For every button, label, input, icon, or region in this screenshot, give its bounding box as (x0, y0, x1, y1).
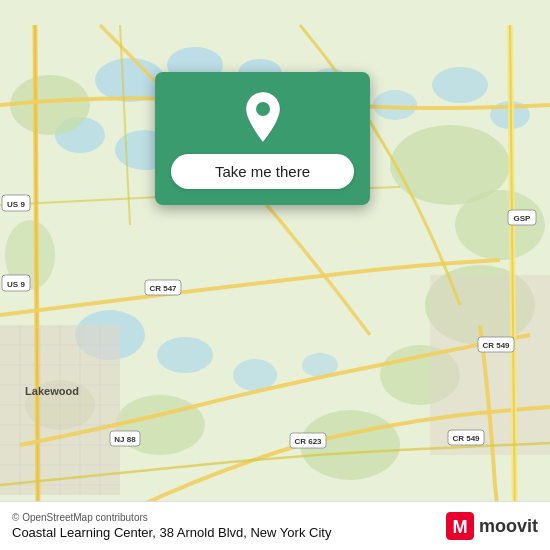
svg-point-13 (233, 359, 277, 391)
svg-text:CR 623: CR 623 (294, 437, 322, 446)
moovit-m-icon: M (446, 512, 474, 540)
location-label: Coastal Learning Center, 38 Arnold Blvd,… (12, 525, 331, 540)
svg-text:CR 549: CR 549 (452, 434, 480, 443)
svg-text:GSP: GSP (514, 214, 532, 223)
svg-point-58 (256, 102, 270, 116)
svg-point-9 (432, 67, 488, 103)
svg-point-15 (10, 75, 90, 135)
moovit-logo: M moovit (446, 512, 538, 540)
bottom-bar: © OpenStreetMap contributors Coastal Lea… (0, 501, 550, 550)
svg-point-12 (157, 337, 213, 373)
svg-text:M: M (452, 517, 467, 537)
svg-text:Lakewood: Lakewood (25, 385, 79, 397)
svg-text:US 9: US 9 (7, 280, 25, 289)
map-attribution: © OpenStreetMap contributors (12, 512, 331, 523)
moovit-wordmark: moovit (479, 516, 538, 537)
location-info: © OpenStreetMap contributors Coastal Lea… (12, 512, 331, 540)
svg-text:CR 547: CR 547 (149, 284, 177, 293)
take-me-there-button[interactable]: Take me there (171, 154, 354, 189)
svg-text:CR 549: CR 549 (482, 341, 510, 350)
map-container: US 9 US 9 CR 547 CR 547 NJ 88 CR 623 CR … (0, 0, 550, 550)
navigation-card: Take me there (155, 72, 370, 205)
svg-text:NJ 88: NJ 88 (114, 435, 136, 444)
svg-text:US 9: US 9 (7, 200, 25, 209)
pin-icon (236, 90, 290, 144)
